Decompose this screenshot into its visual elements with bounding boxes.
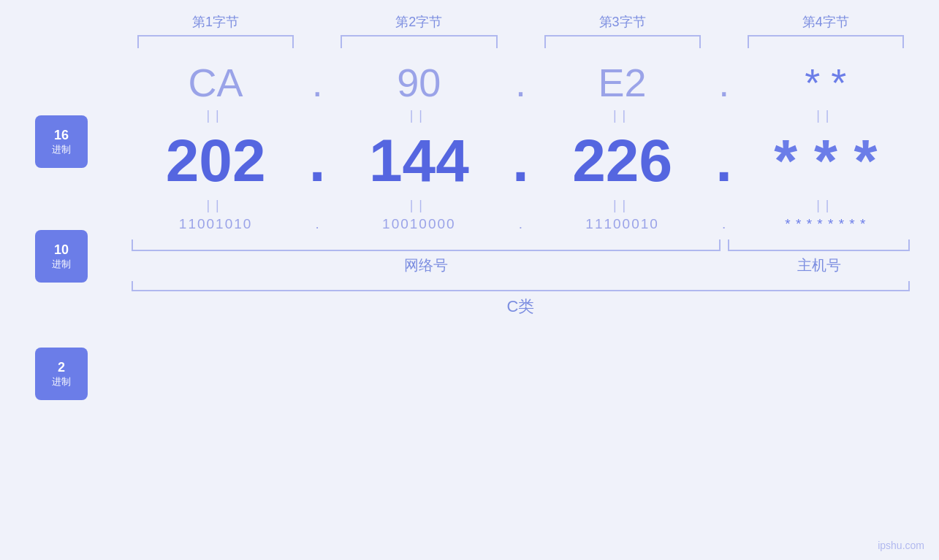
class-label: C类 bbox=[132, 291, 910, 318]
bin-row: 11001010 . 10010000 . 11100010 . * * * *… bbox=[132, 216, 910, 232]
hex-b1: CA bbox=[132, 60, 300, 105]
dec-label: 10 进制 bbox=[35, 230, 88, 283]
net-host-brackets: 网络号 主机号 bbox=[132, 239, 910, 275]
top-brackets bbox=[132, 35, 910, 48]
class-bracket-line bbox=[132, 281, 910, 291]
eq2-b2: || bbox=[335, 198, 503, 213]
class-bracket-area: C类 bbox=[132, 281, 910, 318]
byte4-header: 第4字节 bbox=[742, 13, 910, 31]
bin-label-text: 进制 bbox=[52, 376, 71, 388]
host-label: 主机号 bbox=[728, 251, 910, 275]
eq1-b2: || bbox=[335, 108, 503, 123]
bin-b2: 10010000 bbox=[335, 216, 503, 232]
bin-dot2: . bbox=[503, 216, 539, 232]
bin-dot1: . bbox=[300, 216, 335, 232]
host-bracket-line bbox=[728, 239, 910, 251]
dec-b1: 202 bbox=[132, 126, 300, 195]
hex-label-num: 16 bbox=[54, 128, 69, 144]
watermark: ipshu.com bbox=[878, 540, 924, 551]
dec-b2: 144 bbox=[335, 126, 503, 195]
dec-label-num: 10 bbox=[54, 242, 69, 258]
eq1-b4: || bbox=[742, 108, 910, 123]
dec-dot2: . bbox=[503, 126, 539, 195]
dec-dot3: . bbox=[707, 126, 742, 195]
net-label: 网络号 bbox=[132, 251, 721, 275]
byte3-header: 第3字节 bbox=[539, 13, 707, 31]
bin-label-num: 2 bbox=[58, 360, 65, 376]
hex-dot3: . bbox=[707, 60, 742, 105]
hex-dot2: . bbox=[503, 60, 539, 105]
bin-b4: * * * * * * * * bbox=[742, 216, 910, 232]
equals-row-2: || || || || bbox=[132, 195, 910, 216]
eq1-b3: || bbox=[539, 108, 707, 123]
hex-dot1: . bbox=[300, 60, 335, 105]
host-bracket-area: 主机号 bbox=[728, 239, 910, 275]
bracket-b2 bbox=[341, 35, 497, 48]
bracket-b1 bbox=[137, 35, 294, 48]
net-bracket-line bbox=[132, 239, 721, 251]
bracket-b3 bbox=[544, 35, 701, 48]
bin-b1: 11001010 bbox=[132, 216, 300, 232]
bin-b3: 11100010 bbox=[539, 216, 707, 232]
dec-b4: * * * bbox=[742, 126, 910, 195]
dec-row: 202 . 144 . 226 . * * * bbox=[132, 126, 910, 195]
hex-label-text: 进制 bbox=[52, 144, 71, 156]
equals-row-1: || || || || bbox=[132, 105, 910, 126]
hex-b4: * * bbox=[742, 60, 910, 105]
eq2-b3: || bbox=[539, 198, 707, 213]
eq2-b1: || bbox=[132, 198, 300, 213]
net-bracket-area: 网络号 bbox=[132, 239, 721, 275]
header-row: 第1字节 第2字节 第3字节 第4字节 bbox=[132, 13, 910, 35]
dec-b3: 226 bbox=[539, 126, 707, 195]
byte1-header: 第1字节 bbox=[132, 13, 300, 31]
bin-label: 2 进制 bbox=[35, 348, 88, 400]
eq1-b1: || bbox=[132, 108, 300, 123]
bin-dot3: . bbox=[707, 216, 742, 232]
main-layout: 16 进制 10 进制 2 进制 第1字节 第2字节 第3字节 第4字节 bbox=[0, 0, 939, 560]
bracket-b4 bbox=[748, 35, 904, 48]
hex-b2: 90 bbox=[335, 60, 503, 105]
eq2-b4: || bbox=[742, 198, 910, 213]
byte2-header: 第2字节 bbox=[335, 13, 503, 31]
hex-label: 16 进制 bbox=[35, 115, 88, 168]
dec-dot1: . bbox=[300, 126, 335, 195]
dec-label-text: 进制 bbox=[52, 258, 71, 270]
hex-b3: E2 bbox=[539, 60, 707, 105]
hex-row: CA . 90 . E2 . * * bbox=[132, 60, 910, 105]
